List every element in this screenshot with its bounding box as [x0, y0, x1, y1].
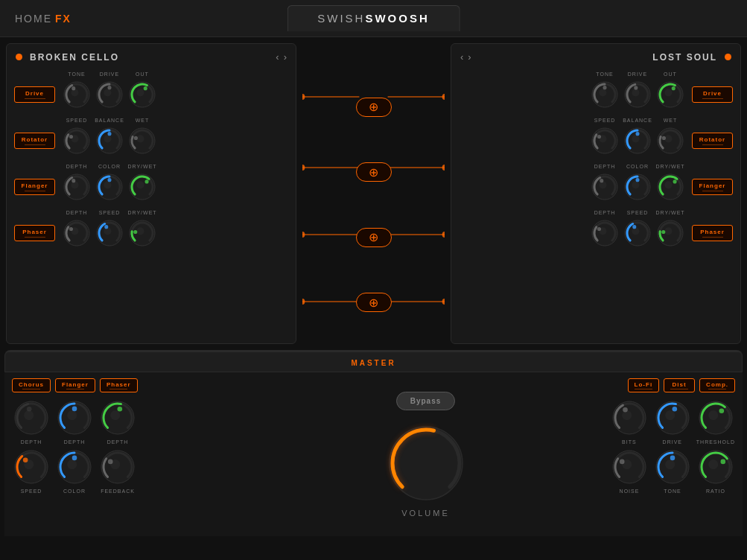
- svg-point-10: [302, 232, 305, 238]
- dist-button[interactable]: Dist: [664, 378, 695, 392]
- phaser-button-left[interactable]: Phaser: [14, 225, 55, 241]
- right-panel-name: LOST SOUL: [652, 52, 717, 63]
- knob-master-speed[interactable]: [12, 448, 51, 486]
- knob-right-fla-drywet[interactable]: [655, 171, 686, 203]
- knob-master-tone[interactable]: [653, 448, 692, 486]
- knob-left-fla-depth[interactable]: [61, 171, 92, 203]
- preset-name-light: SWISH: [317, 12, 365, 25]
- left-panel-dot: [16, 54, 22, 60]
- right-panel-next[interactable]: ›: [468, 51, 471, 63]
- knob-master-flanger-depth[interactable]: [55, 398, 94, 437]
- svg-point-14: [302, 299, 305, 305]
- app-fx: FX: [55, 13, 71, 25]
- knob-left-pha-drywet[interactable]: [127, 217, 158, 249]
- knob-right-pha-drywet[interactable]: [655, 217, 686, 249]
- volume-label: VOLUME: [401, 509, 449, 518]
- connector-1[interactable]: ⊕: [356, 98, 392, 117]
- phaser-button-master[interactable]: Phaser: [100, 378, 138, 392]
- flanger-button-master[interactable]: Flanger: [55, 378, 95, 392]
- rotator-button-right[interactable]: Rotator: [692, 133, 733, 149]
- svg-point-15: [442, 299, 445, 305]
- knob-master-threshold[interactable]: [696, 398, 735, 437]
- rotator-button-left[interactable]: Rotator: [14, 133, 55, 149]
- knob-right-rot-speed[interactable]: [589, 125, 620, 156]
- drive-button-right[interactable]: Drive: [692, 86, 733, 103]
- right-panel: ‹ › LOST SOUL Drive TONE DRIVE: [451, 43, 741, 344]
- bypass-button[interactable]: Bypass: [396, 392, 456, 410]
- knob-left-fla-drywet[interactable]: [127, 171, 158, 203]
- knob-master-feedback[interactable]: [98, 448, 137, 486]
- connector-3[interactable]: ⊕: [356, 228, 392, 247]
- knob-left-drive-out[interactable]: [127, 79, 158, 110]
- knob-master-dist-drive[interactable]: [653, 398, 692, 437]
- drive-button-left[interactable]: Drive: [14, 86, 55, 103]
- master-title: MASTER: [351, 359, 395, 367]
- left-panel: BROKEN CELLO ‹ › Drive TONE DRIVE: [6, 43, 296, 344]
- knob-left-fla-color[interactable]: [94, 171, 125, 203]
- left-panel-name: BROKEN CELLO: [30, 52, 119, 63]
- knob-left-pha-depth[interactable]: [61, 217, 92, 249]
- knob-right-rot-balance[interactable]: [622, 125, 653, 156]
- volume-knob[interactable]: [385, 422, 467, 504]
- svg-point-3: [442, 94, 445, 100]
- knob-master-phaser-depth[interactable]: [98, 398, 137, 437]
- knob-right-fla-depth[interactable]: [589, 171, 620, 203]
- comp-button[interactable]: Comp.: [699, 378, 735, 392]
- knob-left-rot-wet[interactable]: [127, 125, 158, 156]
- right-panel-dot: [725, 54, 731, 60]
- chorus-button[interactable]: Chorus: [12, 378, 51, 392]
- svg-point-11: [442, 232, 445, 238]
- svg-point-2: [302, 94, 305, 100]
- knob-left-drive-drive[interactable]: [94, 79, 125, 110]
- svg-point-6: [302, 165, 305, 171]
- knob-master-color[interactable]: [55, 448, 94, 486]
- master-section: MASTER Chorus Flanger Phaser DEPTH: [4, 350, 743, 536]
- flanger-button-left[interactable]: Flanger: [14, 179, 55, 195]
- knob-right-drive-tone[interactable]: [589, 79, 620, 110]
- knob-left-rot-balance[interactable]: [94, 125, 125, 156]
- flanger-button-right[interactable]: Flanger: [692, 179, 733, 195]
- connector-4[interactable]: ⊕: [356, 293, 392, 312]
- knob-right-fla-color[interactable]: [622, 171, 653, 203]
- left-panel-prev[interactable]: ‹: [276, 51, 279, 63]
- knob-right-pha-speed[interactable]: [622, 217, 653, 249]
- lofi-button[interactable]: Lo-Fi: [628, 378, 660, 392]
- knob-left-drive-tone[interactable]: [61, 79, 92, 110]
- knob-right-rot-wet[interactable]: [655, 125, 686, 156]
- preset-name-bold: SWOOSH: [365, 12, 429, 25]
- knob-left-pha-speed[interactable]: [94, 217, 125, 249]
- knob-right-pha-depth[interactable]: [589, 217, 620, 249]
- app-title: HOME: [15, 13, 52, 25]
- knob-right-drive-out[interactable]: [655, 79, 686, 110]
- left-panel-next[interactable]: ›: [284, 51, 287, 63]
- knob-master-bits[interactable]: [610, 398, 649, 437]
- connector-2[interactable]: ⊕: [356, 162, 392, 182]
- knob-left-rot-speed[interactable]: [61, 125, 92, 156]
- knob-master-chorus-depth[interactable]: [12, 398, 51, 437]
- knob-master-ratio[interactable]: [696, 448, 735, 486]
- knob-right-drive-drive[interactable]: [622, 79, 653, 110]
- right-panel-prev[interactable]: ‹: [460, 51, 463, 63]
- phaser-button-right[interactable]: Phaser: [692, 225, 733, 241]
- knob-master-noise[interactable]: [610, 448, 649, 486]
- svg-point-7: [442, 165, 445, 171]
